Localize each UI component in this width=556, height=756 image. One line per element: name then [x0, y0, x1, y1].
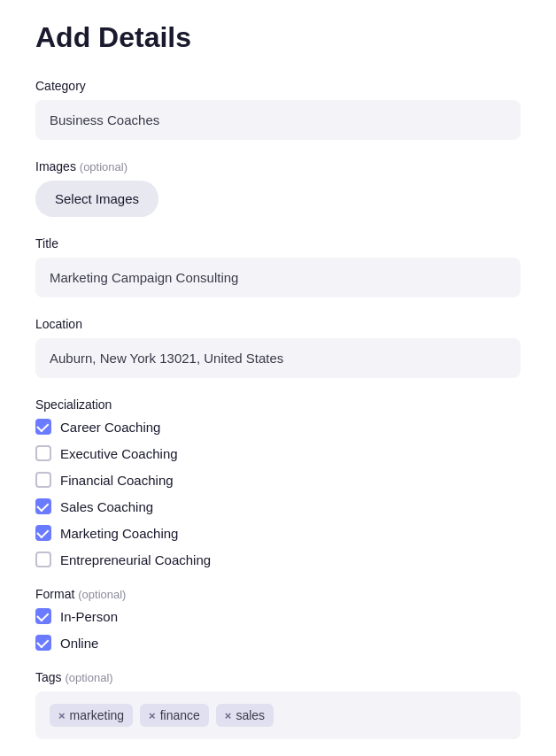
category-input[interactable]	[35, 100, 521, 140]
checkbox-box[interactable]	[35, 608, 51, 624]
checkbox-box[interactable]	[35, 445, 51, 461]
specialization-item[interactable]: Entrepreneurial Coaching	[35, 552, 521, 567]
checkbox-label: In-Person	[60, 609, 118, 624]
tag-close-icon[interactable]: ×	[58, 709, 66, 722]
tag: ×sales	[216, 704, 274, 727]
category-field: Category	[35, 79, 521, 140]
checkbox-box[interactable]	[35, 419, 51, 435]
images-field: Images (optional) Select Images	[35, 159, 521, 217]
specialization-item[interactable]: Career Coaching	[35, 419, 521, 435]
checkbox-box[interactable]	[35, 552, 51, 567]
title-label: Title	[35, 236, 521, 251]
checkbox-box[interactable]	[35, 498, 51, 514]
checkbox-box[interactable]	[35, 525, 51, 541]
tag-label: sales	[236, 708, 265, 722]
format-list: In-PersonOnline	[35, 608, 521, 651]
specialization-label: Specialization	[35, 397, 521, 412]
format-item[interactable]: In-Person	[35, 608, 521, 624]
images-label: Images (optional)	[35, 159, 521, 174]
tag-close-icon[interactable]: ×	[225, 709, 232, 722]
title-input[interactable]	[35, 258, 521, 297]
tag-close-icon[interactable]: ×	[149, 709, 156, 722]
tag: ×marketing	[50, 704, 133, 727]
tags-field: Tags (optional) ×marketing×finance×sales	[35, 670, 521, 739]
checkbox-label: Marketing Coaching	[60, 526, 178, 541]
specialization-item[interactable]: Sales Coaching	[35, 498, 521, 514]
format-field: Format (optional) In-PersonOnline	[35, 587, 521, 651]
location-input[interactable]	[35, 338, 521, 378]
format-label: Format (optional)	[35, 587, 521, 601]
location-label: Location	[35, 317, 521, 331]
tag: ×finance	[140, 704, 209, 727]
tags-container: ×marketing×finance×sales	[35, 691, 521, 739]
checkbox-label: Sales Coaching	[60, 499, 153, 514]
location-field: Location	[35, 317, 521, 378]
specialization-item[interactable]: Financial Coaching	[35, 472, 521, 488]
checkbox-label: Online	[60, 636, 98, 651]
checkbox-box[interactable]	[35, 472, 51, 488]
format-item[interactable]: Online	[35, 635, 521, 651]
tags-label: Tags (optional)	[35, 670, 521, 684]
tag-label: marketing	[70, 708, 124, 722]
tag-label: finance	[160, 708, 200, 722]
page-title: Add Details	[35, 21, 521, 54]
specialization-list: Career CoachingExecutive CoachingFinanci…	[35, 419, 521, 567]
checkbox-label: Career Coaching	[60, 420, 160, 435]
select-images-button[interactable]: Select Images	[35, 181, 158, 217]
specialization-item[interactable]: Marketing Coaching	[35, 525, 521, 541]
specialization-field: Specialization Career CoachingExecutive …	[35, 397, 521, 567]
title-field: Title	[35, 236, 521, 297]
checkbox-label: Entrepreneurial Coaching	[60, 552, 211, 567]
checkbox-box[interactable]	[35, 635, 51, 651]
specialization-item[interactable]: Executive Coaching	[35, 445, 521, 461]
checkbox-label: Executive Coaching	[60, 446, 178, 461]
checkbox-label: Financial Coaching	[60, 473, 174, 488]
category-label: Category	[35, 79, 521, 93]
